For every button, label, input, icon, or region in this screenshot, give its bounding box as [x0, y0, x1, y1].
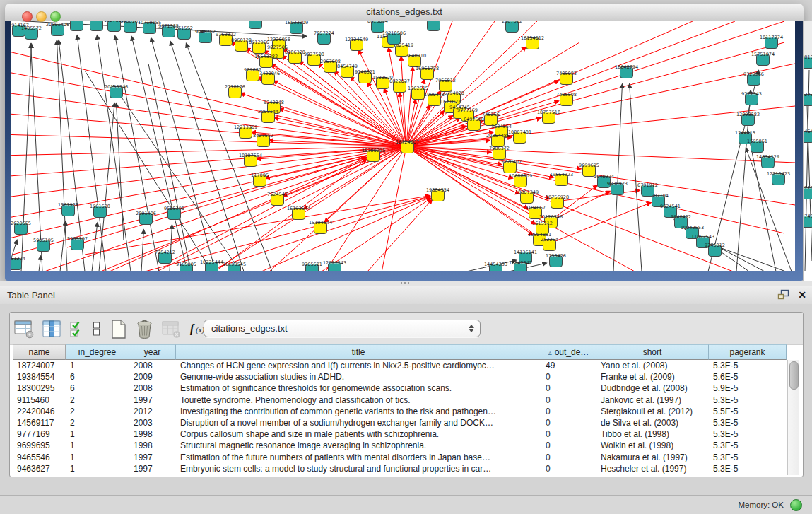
graph-node[interactable]: 18300295	[367, 150, 380, 162]
graph-node[interactable]: 6822037	[393, 81, 406, 93]
graph-node[interactable]: 7485508	[560, 94, 573, 106]
graph-node[interactable]: 8619309	[427, 21, 440, 31]
graph-node[interactable]: 9827508	[307, 54, 321, 66]
graph-node[interactable]: 19384554	[431, 189, 445, 201]
graph-node[interactable]: 117006	[253, 175, 266, 187]
column-header-short[interactable]: short	[596, 344, 709, 360]
graph-node[interactable]: 23420046	[261, 73, 275, 85]
table-row[interactable]: 977716911998Corpus callosum shape and si…	[13, 428, 787, 440]
graph-node[interactable]: 1454	[803, 131, 812, 143]
graph-node[interactable]: 16193544	[292, 208, 305, 220]
table-row[interactable]: 1872400712008Changes of HCN gene express…	[13, 360, 787, 371]
graph-node[interactable]: 1914167	[12, 25, 25, 37]
column-header-out_degree[interactable]: ▵out_de…	[541, 344, 596, 360]
graph-node[interactable]: 1640934	[597, 176, 611, 188]
graph-node[interactable]: 12213369	[239, 127, 252, 139]
graph-node[interactable]: 16648794	[620, 66, 633, 78]
graph-node[interactable]: 1273	[803, 94, 812, 106]
graph-node[interactable]: 15751074	[756, 54, 770, 66]
graph-node[interactable]: 6497568	[467, 119, 481, 131]
table-row[interactable]: 1938455462009Genome-wide association stu…	[13, 371, 787, 382]
graph-node[interactable]: 8454749	[341, 66, 354, 78]
graph-node[interactable]: 20364486	[491, 135, 505, 147]
graph-node[interactable]: 7857224	[317, 33, 331, 45]
row-select-icon[interactable]	[92, 320, 102, 338]
graph-node[interactable]: 16193545	[228, 264, 241, 271]
graph-node[interactable]: 19654923	[555, 174, 568, 186]
graph-node[interactable]: 16033809	[290, 22, 303, 34]
graph-node[interactable]: 20891406	[51, 24, 64, 36]
graph-node[interactable]: 9184067	[529, 207, 542, 219]
graph-node[interactable]: 16961758	[420, 68, 434, 80]
graph-node[interactable]: 1615112	[536, 223, 549, 235]
graph-node[interactable]: 10117274	[765, 37, 778, 49]
graph-node[interactable]: 10807481	[513, 132, 526, 144]
graph-node[interactable]: 2620655	[14, 223, 28, 235]
graph-node[interactable]: 18724007	[401, 141, 414, 153]
graph-node[interactable]: 989687	[246, 69, 259, 81]
column-header-title[interactable]: title	[176, 344, 541, 360]
graph-node[interactable]: 12093582	[741, 114, 755, 126]
graph-node[interactable]: 9624541	[664, 206, 677, 218]
graph-node[interactable]: 7955812	[439, 80, 452, 92]
graph-node[interactable]: 16543382	[259, 56, 273, 68]
graph-node[interactable]: 9827505	[271, 47, 284, 59]
graph-node[interactable]: 18807249	[520, 192, 534, 204]
delete-trash-icon[interactable]	[135, 319, 154, 339]
graph-node[interactable]: 9699695	[582, 165, 596, 177]
graph-node[interactable]: 9329966	[747, 74, 760, 86]
table-scrollbar[interactable]	[787, 360, 799, 475]
graph-node[interactable]: 14634129	[761, 156, 775, 168]
graph-node[interactable]: 9940452	[674, 216, 688, 228]
table-row[interactable]: 1456911722003Disruption of a novel membe…	[13, 417, 787, 428]
graph-node[interactable]: 6966161	[124, 21, 137, 33]
graph-node[interactable]: 12210423	[772, 173, 785, 185]
graph-node[interactable]: 18757518	[542, 112, 555, 124]
new-table-icon[interactable]	[110, 319, 127, 339]
graph-node[interactable]: 1210	[803, 187, 812, 199]
table-row[interactable]: 969969511998Structural magnetic resonanc…	[13, 440, 787, 451]
close-panel-icon[interactable]: ✕	[798, 290, 806, 300]
table-row[interactable]: 946362711997Embryonic stem cells: a mode…	[13, 463, 787, 474]
graph-node[interactable]: 6791912	[641, 185, 654, 197]
graph-node[interactable]: 6687194	[652, 195, 665, 207]
graph-node[interactable]: 19218506	[387, 33, 401, 45]
graph-node[interactable]: 16542342	[514, 262, 527, 271]
graph-node[interactable]: 1990448	[428, 94, 441, 106]
graph-node[interactable]: 8813	[803, 57, 812, 69]
graph-node[interactable]: 5905195	[37, 240, 50, 252]
graph-node[interactable]: 12325419	[395, 45, 408, 57]
table-settings-icon[interactable]	[14, 320, 35, 339]
graph-node[interactable]: 2803144	[261, 111, 275, 123]
graph-canvas[interactable]: 1872400791638228960128891295612226058982…	[11, 21, 795, 271]
graph-node[interactable]: 9245012	[708, 245, 722, 257]
graph-node[interactable]: 9265601	[305, 264, 319, 271]
table-row[interactable]: 946554611997Estimation of the future num…	[13, 452, 787, 463]
graph-node[interactable]: 1961638	[93, 206, 107, 218]
splitter-handle-icon[interactable]	[401, 282, 411, 284]
float-panel-icon[interactable]	[777, 289, 789, 300]
graph-node[interactable]: 7986372	[493, 148, 506, 160]
graph-node[interactable]: 12124549	[350, 39, 363, 51]
graph-node[interactable]: 7254212	[158, 252, 172, 264]
graph-node[interactable]: 2887682	[505, 21, 519, 33]
graph-node[interactable]: 9227343	[745, 93, 758, 105]
graph-node[interactable]: 9163822	[219, 34, 233, 46]
column-header-pagerank[interactable]: pagerank	[709, 344, 787, 360]
window-titlebar[interactable]: citations_edges.txt	[5, 4, 804, 21]
graph-node[interactable]: 5905197	[71, 238, 84, 250]
table-row[interactable]: 2242004622012Investigating the contribut…	[13, 406, 787, 417]
graph-node[interactable]: 9146821	[358, 71, 372, 83]
graph-node[interactable]: 252254	[543, 239, 556, 251]
graph-node[interactable]: 7485083	[560, 73, 573, 85]
graph-node[interactable]: 10653287	[90, 21, 103, 31]
graph-node[interactable]: 14454233	[489, 264, 502, 271]
graph-node[interactable]: 1527602	[107, 21, 121, 32]
column-header-year[interactable]: year	[129, 344, 176, 360]
column-select-icon[interactable]	[42, 320, 61, 339]
graph-node[interactable]: 1595851	[751, 141, 764, 153]
column-header-name[interactable]: name	[13, 344, 66, 360]
graph-node[interactable]: 15720407	[503, 161, 517, 173]
graph-node[interactable]: 2891406	[139, 213, 153, 225]
graph-node[interactable]: 9745	[803, 216, 812, 228]
